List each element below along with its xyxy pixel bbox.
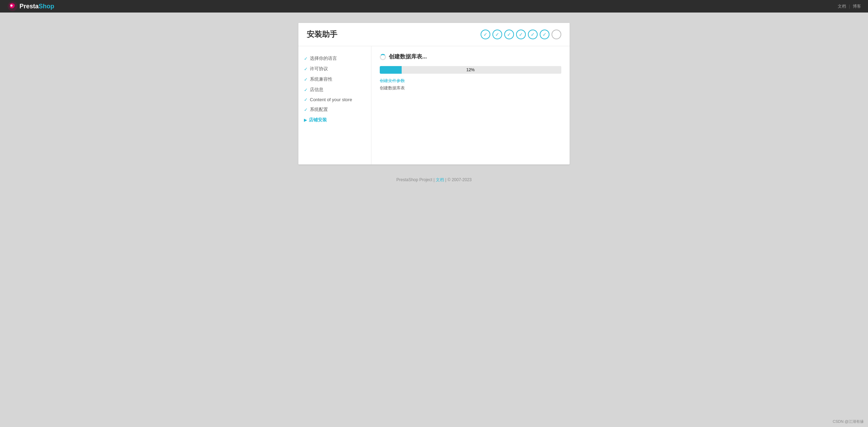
- installer-title: 安装助手: [307, 29, 337, 40]
- step-7: [552, 30, 561, 39]
- check-icon-content: ✓: [304, 97, 308, 102]
- installer-header: 安装助手 ✓ ✓ ✓ ✓ ✓ ✓: [298, 23, 570, 46]
- step-1: ✓: [481, 30, 490, 39]
- sidebar-label-storeinfo: 店信息: [310, 87, 323, 93]
- logo-shop-text: Shop: [39, 3, 54, 10]
- step-indicators: ✓ ✓ ✓ ✓ ✓ ✓: [481, 30, 561, 39]
- topbar-separator: |: [849, 4, 850, 9]
- topbar: PrestaShop 文档 | 博客: [0, 0, 868, 13]
- sidebar-item-compat: ✓ 系统兼容性: [304, 74, 365, 84]
- logo: PrestaShop: [7, 1, 54, 12]
- sidebar-label-sysconfig: 系统配置: [310, 106, 328, 113]
- sidebar-item-sysconfig: ✓ 系统配置: [304, 104, 365, 115]
- sidebar-label-content: Content of your store: [310, 97, 352, 102]
- check-icon-storeinfo: ✓: [304, 87, 308, 92]
- footer-copyright: © 2007-2023: [448, 177, 472, 182]
- sidebar-item-license: ✓ 许可协议: [304, 64, 365, 74]
- check-icon-sysconfig: ✓: [304, 107, 308, 112]
- sidebar-label-license: 许可协议: [310, 66, 328, 72]
- step-5: ✓: [528, 30, 538, 39]
- sidebar-label-language: 选择你的语言: [310, 55, 337, 62]
- check-icon-compat: ✓: [304, 77, 308, 82]
- sidebar-label-install: 店铺安装: [309, 117, 327, 123]
- installer-box: 安装助手 ✓ ✓ ✓ ✓ ✓ ✓ ✓ 选择你的语言 ✓ 许可协: [298, 23, 570, 164]
- footer-sep1: |: [433, 177, 434, 182]
- sidebar: ✓ 选择你的语言 ✓ 许可协议 ✓ 系统兼容性 ✓ 店信息 ✓ Conten: [298, 46, 371, 164]
- sidebar-item-language: ✓ 选择你的语言: [304, 53, 365, 64]
- progress-bar-container: 12%: [380, 66, 561, 74]
- status-current: 创建数据库表: [380, 85, 561, 91]
- step-6: ✓: [540, 30, 549, 39]
- logo-presta-text: Presta: [19, 3, 39, 10]
- status-completed: 创建文件参数: [380, 78, 561, 84]
- topbar-links: 文档 | 博客: [838, 3, 861, 9]
- page-wrapper: 安装助手 ✓ ✓ ✓ ✓ ✓ ✓ ✓ 选择你的语言 ✓ 许可协: [0, 13, 868, 171]
- arrow-icon-install: ▶: [304, 118, 307, 122]
- check-icon-language: ✓: [304, 56, 308, 61]
- creating-db-title: 创建数据库表...: [380, 53, 561, 61]
- svg-point-1: [10, 5, 13, 7]
- bottom-watermark: CSDN @江湖有缘: [833, 419, 864, 424]
- prestashop-logo-icon: [7, 1, 18, 12]
- step-4: ✓: [516, 30, 526, 39]
- progress-bar-fill: [380, 66, 402, 74]
- creating-title-text: 创建数据库表...: [389, 53, 427, 61]
- main-content: 创建数据库表... 12% 创建文件参数 创建数据库表: [371, 46, 570, 164]
- footer-docs-link[interactable]: 文档: [436, 177, 444, 182]
- sidebar-item-content: ✓ Content of your store: [304, 95, 365, 104]
- topbar-blog-link[interactable]: 博客: [853, 3, 861, 9]
- footer-sep2: |: [445, 177, 446, 182]
- topbar-docs-link[interactable]: 文档: [838, 3, 846, 9]
- step-2: ✓: [492, 30, 502, 39]
- sidebar-label-compat: 系统兼容性: [310, 76, 332, 82]
- footer-project: PrestaShop Project: [396, 177, 432, 182]
- sidebar-item-storeinfo: ✓ 店信息: [304, 84, 365, 95]
- step-3: ✓: [504, 30, 514, 39]
- check-icon-license: ✓: [304, 66, 308, 72]
- loading-spinner: [380, 54, 386, 60]
- page-footer: PrestaShop Project | 文档 | © 2007-2023: [0, 171, 868, 188]
- sidebar-item-install: ▶ 店铺安装: [304, 115, 365, 125]
- progress-bar-label: 12%: [466, 67, 475, 72]
- installer-body: ✓ 选择你的语言 ✓ 许可协议 ✓ 系统兼容性 ✓ 店信息 ✓ Conten: [298, 46, 570, 164]
